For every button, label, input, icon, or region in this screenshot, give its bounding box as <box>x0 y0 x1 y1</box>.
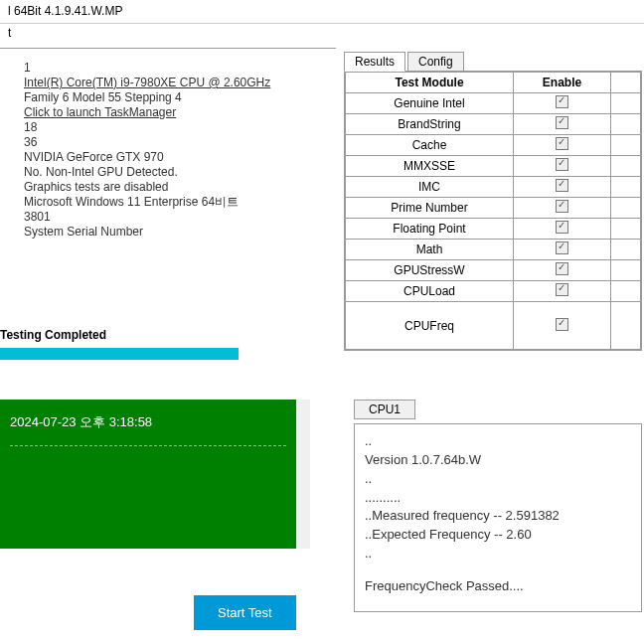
module-name: Genuine Intel <box>346 93 514 114</box>
table-row: Floating Point <box>346 219 641 240</box>
table-row: GPUStressW <box>346 260 641 281</box>
enable-cell[interactable] <box>514 177 611 198</box>
out-line: ..Expected Frequency -- 2.60 <box>365 526 631 545</box>
tab-cpu1[interactable]: CPU1 <box>354 400 415 419</box>
table-row: Prime Number <box>346 198 641 219</box>
enable-cell[interactable] <box>514 260 611 281</box>
cpu-output-pane: CPU1 .. Version 1.0.7.64b.W .. .........… <box>346 400 644 636</box>
module-name: Floating Point <box>346 219 514 240</box>
tests-pane: Results Config Test Module Enable Genuin… <box>336 44 644 392</box>
header-module: Test Module <box>346 73 514 93</box>
lower-area: 2024-07-23 오후 3:18:58 Start Test CPU1 ..… <box>0 392 644 636</box>
tabs: Results Config <box>344 52 642 72</box>
menu-item[interactable]: t <box>8 26 11 40</box>
module-name: GPUStressW <box>346 260 514 281</box>
main-area: 1 Intel(R) Core(TM) i9-7980XE CPU @ 2.60… <box>0 44 644 392</box>
test-output-box: 2024-07-23 오후 3:18:58 <box>0 400 310 549</box>
checkbox-icon[interactable] <box>556 95 568 108</box>
enable-cell[interactable] <box>514 135 611 156</box>
enable-cell[interactable] <box>514 114 611 135</box>
checkbox-icon[interactable] <box>556 221 568 234</box>
cpu-tabs: CPU1 <box>354 400 642 419</box>
enable-cell[interactable] <box>514 198 611 219</box>
status-area: Testing Completed <box>0 326 336 366</box>
enable-cell[interactable] <box>514 156 611 177</box>
core-count: 18 <box>24 120 326 135</box>
bios-version: 3801 <box>24 210 326 225</box>
checkbox-icon[interactable] <box>556 242 568 254</box>
system-info-pane: 1 Intel(R) Core(TM) i9-7980XE CPU @ 2.60… <box>0 44 336 392</box>
table-row: CPULoad <box>346 281 641 302</box>
checkbox-icon[interactable] <box>556 116 568 129</box>
table-row: CPUFreq <box>346 302 641 350</box>
table-row: MMXSSE <box>346 156 641 177</box>
checkbox-icon[interactable] <box>556 137 568 150</box>
out-line: .. <box>365 432 631 451</box>
module-name: CPULoad <box>346 281 514 302</box>
progress-bar <box>0 348 239 360</box>
header-blank <box>611 73 641 93</box>
info-box: 1 Intel(R) Core(TM) i9-7980XE CPU @ 2.60… <box>0 48 336 326</box>
module-name: Math <box>346 240 514 260</box>
checkbox-icon[interactable] <box>556 283 568 296</box>
timestamp: 2024-07-23 오후 3:18:58 <box>10 413 286 431</box>
cpu-family: Family 6 Model 55 Stepping 4 <box>24 90 326 105</box>
table-row: Cache <box>346 135 641 156</box>
checkbox-icon[interactable] <box>556 179 568 192</box>
gpu-name: NVIDIA GeForce GTX 970 <box>24 150 326 165</box>
table-row: Math <box>346 240 641 260</box>
gfx-disabled: Graphics tests are disabled <box>24 180 326 195</box>
out-line: ..Measured frequency -- 2.591382 <box>365 507 631 526</box>
module-name: Cache <box>346 135 514 156</box>
module-name: CPUFreq <box>346 302 514 350</box>
out-line: FrequencyCheck Passed.... <box>365 577 631 596</box>
table-row: IMC <box>346 177 641 198</box>
out-line: .......... <box>365 489 631 508</box>
cpu-output-text: .. Version 1.0.7.64b.W .. .......... ..M… <box>354 423 642 612</box>
enable-cell[interactable] <box>514 219 611 240</box>
test-run-pane: 2024-07-23 오후 3:18:58 Start Test <box>0 400 346 636</box>
out-line: Version 1.0.7.64b.W <box>365 451 631 470</box>
table-row: BrandString <box>346 114 641 135</box>
test-grid: Test Module Enable Genuine Intel BrandSt… <box>344 71 642 351</box>
enable-cell[interactable] <box>514 302 611 350</box>
module-name: BrandString <box>346 114 514 135</box>
window-title: l 64Bit 4.1.9.41.W.MP <box>8 4 122 18</box>
taskmanager-link[interactable]: Click to launch TaskManager <box>24 105 326 120</box>
enable-cell[interactable] <box>514 93 611 114</box>
start-test-button[interactable]: Start Test <box>194 595 296 630</box>
menu-bar[interactable]: t <box>0 24 644 44</box>
out-line: .. <box>365 545 631 564</box>
header-enable: Enable <box>514 73 611 93</box>
checkbox-icon[interactable] <box>556 318 568 331</box>
enable-cell[interactable] <box>514 281 611 302</box>
table-row: Genuine Intel <box>346 93 641 114</box>
info-line: 1 <box>24 61 326 76</box>
window-titlebar: l 64Bit 4.1.9.41.W.MP <box>0 0 644 24</box>
enable-cell[interactable] <box>514 240 611 260</box>
out-line: .. <box>365 470 631 489</box>
module-name: MMXSSE <box>346 156 514 177</box>
checkbox-icon[interactable] <box>556 262 568 275</box>
checkbox-icon[interactable] <box>556 200 568 213</box>
grid-header-row: Test Module Enable <box>346 73 641 93</box>
divider <box>10 445 286 446</box>
os-name: Microsoft Windows 11 Enterprise 64비트 <box>24 195 326 210</box>
module-name: Prime Number <box>346 198 514 219</box>
cpu-link[interactable]: Intel(R) Core(TM) i9-7980XE CPU @ 2.60GH… <box>24 76 326 90</box>
system-serial: System Serial Number <box>24 225 326 240</box>
module-name: IMC <box>346 177 514 198</box>
tab-config[interactable]: Config <box>407 52 464 72</box>
thread-count: 36 <box>24 135 326 150</box>
status-label: Testing Completed <box>0 328 336 346</box>
gpu-nointel: No. Non-Intel GPU Detected. <box>24 165 326 180</box>
tab-results[interactable]: Results <box>344 52 405 72</box>
checkbox-icon[interactable] <box>556 158 568 171</box>
